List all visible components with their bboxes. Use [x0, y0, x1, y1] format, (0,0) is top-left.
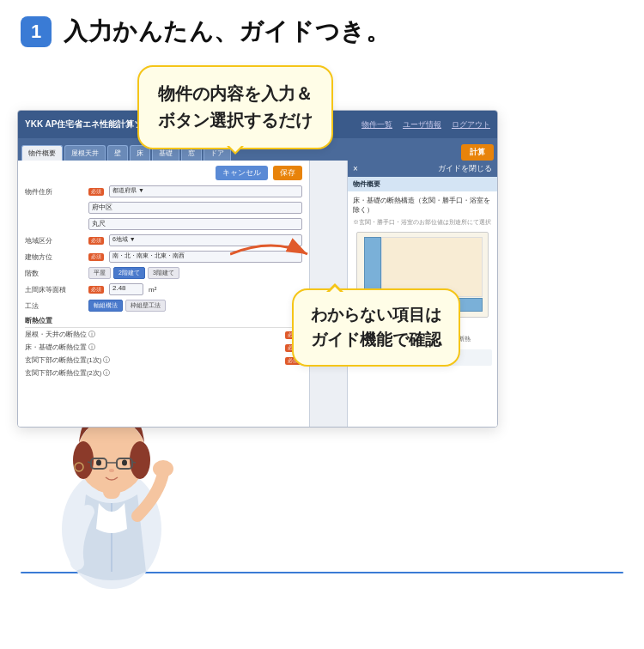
svg-point-13 [109, 469, 114, 472]
tab-roof-ceiling[interactable]: 屋根天井 [64, 145, 106, 161]
floor-ins-label: 床・基礎の断熱位置 ⓘ [25, 343, 282, 352]
tab-wall[interactable]: 壁 [107, 145, 128, 161]
genkan-ins-row: 玄関下部の断熱位置(1次) ⓘ 必須 [25, 356, 302, 365]
roof-ins-label: 屋根・天井の断熱位 ⓘ [25, 331, 282, 339]
floorarea-input[interactable]: 2.48 [109, 283, 143, 295]
prefecture-select[interactable]: 都道府県 ▼ [109, 185, 302, 197]
page-title: 入力かんたん、ガイドつき。 [64, 15, 390, 48]
svg-line-9 [88, 462, 91, 463]
construction-field-row: 工法 軸組構法 枠組壁工法 [25, 300, 302, 312]
arrow-pointer [230, 228, 316, 280]
cancel-button[interactable]: キャンセル [216, 166, 268, 180]
construction-1-btn[interactable]: 軸組構法 [88, 300, 123, 312]
calc-button[interactable]: 計算 [461, 144, 494, 161]
bubble-bottom-line1: わからない項目は [311, 306, 441, 324]
construction-buttons: 軸組構法 枠組壁工法 [88, 300, 166, 312]
save-button[interactable]: 保存 [273, 166, 302, 180]
svg-point-4 [73, 441, 94, 479]
main-content: 物件の内容を入力＆ ボタン選択するだけ YKK AP住宅省エネ性能計算ソフト 検… [0, 57, 644, 589]
svg-line-10 [132, 462, 136, 463]
sw-link-user[interactable]: ユーザ情報 [403, 119, 441, 130]
floors-buttons: 平屋 2階建て 3階建て [88, 267, 179, 279]
region-badge: 必須 [88, 237, 104, 245]
floors-label: 階数 [25, 269, 85, 278]
genkan-ins2-row: 玄関下部の断熱位置(2次) ⓘ [25, 369, 302, 378]
floor-2-btn[interactable]: 2階建て [113, 267, 145, 279]
guide-section-title: 物件概要 [348, 177, 497, 191]
sw-link-logout[interactable]: ログアウト [452, 119, 490, 130]
address-badge: 必須 [88, 188, 104, 196]
bubble-top-line1: 物件の内容を入力＆ [158, 84, 313, 103]
svg-point-12 [122, 460, 127, 466]
address-label: 物件住所 [25, 187, 85, 197]
bubble-bottom-line2: ガイド機能で確認 [311, 331, 441, 349]
svg-point-15 [153, 460, 173, 477]
city-field-row: 府中区 [25, 202, 302, 214]
guide-header: × ガイドを閉じる [348, 161, 497, 177]
guide-description: 床・基礎の断熱構造（玄関・勝手口・浴室を除く） [353, 196, 492, 215]
insulation-section-header: 断熱位置 [25, 316, 302, 328]
roof-ins-row: 屋根・天井の断熱位 ⓘ 必須 [25, 331, 302, 339]
floorarea-unit: m² [149, 286, 156, 294]
construction-2-btn[interactable]: 枠組壁工法 [125, 300, 166, 312]
guide-note: ※玄関・勝手口・浴室のお部位値は別途所にて選択 [353, 218, 492, 227]
floorarea-badge: 必須 [88, 286, 104, 294]
svg-point-5 [130, 441, 150, 479]
sw-link-list[interactable]: 物件一覧 [361, 119, 392, 130]
tab-property-overview[interactable]: 物件概要 [21, 145, 63, 161]
bubble-bottom: わからない項目は ガイド機能で確認 [292, 288, 460, 367]
floor-1-btn[interactable]: 平屋 [88, 267, 111, 279]
direction-badge: 必須 [88, 253, 104, 261]
city-input[interactable]: 府中区 [88, 202, 302, 214]
svg-point-11 [96, 460, 101, 466]
genkan-ins2-label: 玄関下部の断熱位置(2次) ⓘ [25, 369, 302, 378]
region-label: 地域区分 [25, 236, 85, 246]
floor-3-btn[interactable]: 3階建て [148, 267, 179, 279]
genkan-ins-label: 玄関下部の断熱位置(1次) ⓘ [25, 356, 282, 365]
floor-ins-row: 床・基礎の断熱位置 ⓘ 必須 [25, 343, 302, 352]
construction-label: 工法 [25, 301, 85, 311]
sw-form-panel: キャンセル 保存 物件住所 必須 都道府県 ▼ 府中区 丸尺 [18, 161, 310, 427]
floorarea-field-row: 土間床等面積 必須 2.48 m² [25, 283, 302, 295]
bubble-top: 物件の内容を入力＆ ボタン選択するだけ [137, 65, 333, 149]
guide-title[interactable]: ガイドを閉じる [438, 163, 492, 174]
floorarea-label: 土間床等面積 [25, 285, 85, 294]
guide-close-icon: × [353, 164, 358, 173]
page-header: 1 入力かんたん、ガイドつき。 [0, 0, 644, 57]
address-field-row: 物件住所 必須 都道府県 ▼ [25, 185, 302, 197]
bubble-top-line2: ボタン選択するだけ [158, 111, 313, 130]
step-badge: 1 [21, 16, 52, 47]
direction-label: 建物方位 [25, 252, 85, 262]
